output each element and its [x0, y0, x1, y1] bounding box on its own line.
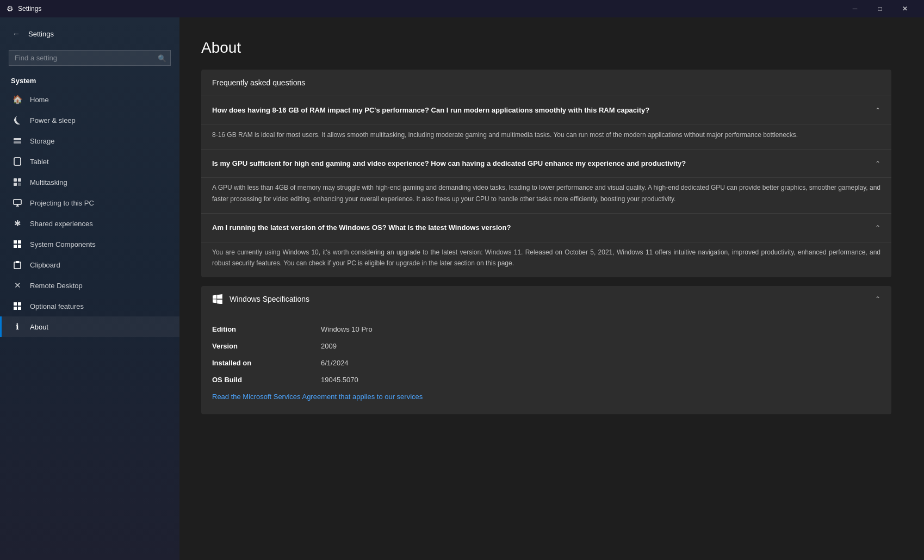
spec-label-edition: Edition — [212, 325, 321, 333]
svg-rect-0 — [14, 138, 21, 140]
sidebar-item-power-label: Power & sleep — [30, 116, 76, 125]
sidebar-item-storage[interactable]: Storage — [0, 130, 179, 151]
spec-value-osbuild: 19045.5070 — [321, 376, 358, 384]
sidebar-app-title: Settings — [28, 30, 54, 38]
faq-chevron-2: ⌃ — [875, 160, 880, 167]
clipboard-icon — [13, 260, 22, 270]
svg-rect-5 — [14, 183, 17, 186]
sidebar-item-home-label: Home — [30, 96, 49, 104]
svg-rect-17 — [18, 302, 21, 306]
minimize-button[interactable]: ─ — [842, 0, 867, 17]
titlebar-title: Settings — [18, 5, 41, 13]
sidebar-item-clipboard[interactable]: Clipboard — [0, 254, 179, 275]
back-button[interactable]: ← — [9, 26, 24, 41]
faq-question-row-2[interactable]: Is my GPU sufficient for high end gaming… — [201, 150, 891, 178]
sidebar-search-container: 🔍 — [9, 50, 171, 66]
faq-question-1: How does having 8-16 GB of RAM impact my… — [212, 105, 866, 116]
close-button[interactable]: ✕ — [892, 0, 917, 17]
spec-chevron: ⌃ — [875, 295, 880, 303]
spec-row-osbuild: OS Build 19045.5070 — [212, 371, 880, 388]
sidebar-item-projecting-label: Projecting to this PC — [30, 199, 94, 207]
tablet-icon — [13, 157, 22, 166]
ms-services-link[interactable]: Read the Microsoft Services Agreement th… — [212, 393, 423, 401]
sidebar-item-storage-label: Storage — [30, 137, 55, 145]
sidebar-item-optional-features[interactable]: Optional features — [0, 296, 179, 316]
spec-title: Windows Specifications — [230, 295, 309, 303]
svg-rect-3 — [14, 178, 17, 182]
sidebar-item-shared-experiences[interactable]: ✱ Shared experiences — [0, 213, 179, 234]
spec-label-version: Version — [212, 342, 321, 350]
search-icon: 🔍 — [158, 54, 166, 62]
spec-row-installed: Installed on 6/1/2024 — [212, 354, 880, 371]
power-icon: ⏾ — [13, 115, 22, 125]
svg-rect-4 — [18, 178, 21, 182]
svg-rect-16 — [14, 302, 17, 306]
sidebar-item-projecting[interactable]: Projecting to this PC — [0, 192, 179, 213]
faq-question-2: Is my GPU sufficient for high end gaming… — [212, 158, 866, 169]
svg-rect-10 — [14, 240, 17, 244]
spec-header[interactable]: Windows Specifications ⌃ — [201, 286, 891, 312]
svg-rect-12 — [14, 245, 17, 248]
titlebar: ⚙ Settings ─ □ ✕ — [0, 0, 924, 17]
window-controls: ─ □ ✕ — [842, 0, 917, 17]
faq-card: Frequently asked questions How does havi… — [201, 70, 891, 277]
svg-rect-7 — [14, 200, 21, 204]
sidebar-item-system-components[interactable]: System Components — [0, 234, 179, 254]
svg-rect-13 — [18, 245, 21, 248]
storage-icon — [13, 136, 22, 146]
spec-value-installed: 6/1/2024 — [321, 359, 349, 367]
content-area: ← Settings 🔍 System 🏠 Home ⏾ Power & sle… — [0, 17, 924, 560]
svg-rect-15 — [16, 261, 19, 263]
page-title: About — [201, 39, 891, 57]
faq-answer-1: 8-16 GB RAM is ideal for most users. It … — [201, 125, 891, 149]
sidebar-item-optional-label: Optional features — [30, 302, 84, 310]
sidebar-item-home[interactable]: 🏠 Home — [0, 89, 179, 110]
shared-icon: ✱ — [13, 219, 22, 228]
faq-answer-2: A GPU with less than 4GB of memory may s… — [201, 177, 891, 213]
sidebar: ← Settings 🔍 System 🏠 Home ⏾ Power & sle… — [0, 17, 179, 560]
faq-question-row-1[interactable]: How does having 8-16 GB of RAM impact my… — [201, 96, 891, 125]
sidebar-item-remote-desktop[interactable]: ✕ Remote Desktop — [0, 275, 179, 296]
faq-header: Frequently asked questions — [201, 70, 891, 96]
about-icon: ℹ — [13, 322, 22, 332]
faq-question-3: Am I running the latest version of the W… — [212, 222, 866, 233]
sidebar-item-shared-label: Shared experiences — [30, 220, 93, 228]
faq-question-row-3[interactable]: Am I running the latest version of the W… — [201, 214, 891, 242]
sidebar-section-label: System — [0, 72, 179, 89]
faq-chevron-3: ⌃ — [875, 224, 880, 232]
system-components-icon — [13, 239, 22, 249]
faq-item-3: Am I running the latest version of the W… — [201, 213, 891, 277]
sidebar-item-power-sleep[interactable]: ⏾ Power & sleep — [0, 110, 179, 130]
projecting-icon — [13, 198, 22, 208]
svg-rect-1 — [14, 141, 21, 144]
spec-value-version: 2009 — [321, 342, 337, 350]
svg-rect-2 — [14, 158, 21, 165]
multitasking-icon — [13, 177, 22, 187]
spec-row-edition: Edition Windows 10 Pro — [212, 321, 880, 338]
spec-value-edition: Windows 10 Pro — [321, 325, 373, 333]
sidebar-item-multitasking[interactable]: Multitasking — [0, 172, 179, 192]
sidebar-header: ← Settings — [0, 17, 179, 46]
maximize-button[interactable]: □ — [867, 0, 892, 17]
sidebar-item-tablet-label: Tablet — [30, 158, 49, 166]
svg-rect-11 — [18, 240, 21, 244]
faq-item-1: How does having 8-16 GB of RAM impact my… — [201, 96, 891, 149]
app-icon: ⚙ — [7, 4, 14, 13]
home-icon: 🏠 — [13, 95, 22, 104]
spec-label-osbuild: OS Build — [212, 376, 321, 384]
windows-spec-card: Windows Specifications ⌃ Edition Windows… — [201, 286, 891, 414]
sidebar-item-about[interactable]: ℹ About — [0, 316, 179, 337]
faq-answer-3: You are currently using Windows 10, it's… — [201, 242, 891, 278]
spec-header-left: Windows Specifications — [212, 294, 309, 304]
spec-body: Edition Windows 10 Pro Version 2009 Inst… — [201, 312, 891, 414]
sidebar-item-system-components-label: System Components — [30, 240, 96, 248]
svg-rect-19 — [18, 307, 21, 310]
spec-row-version: Version 2009 — [212, 338, 880, 354]
search-input[interactable] — [9, 50, 171, 66]
svg-rect-18 — [14, 307, 17, 310]
settings-window: ⚙ Settings ─ □ ✕ ← Settings 🔍 System — [0, 0, 924, 560]
optional-features-icon — [13, 301, 22, 311]
remote-desktop-icon: ✕ — [13, 281, 22, 290]
sidebar-item-tablet[interactable]: Tablet — [0, 151, 179, 172]
main-content: About Frequently asked questions How doe… — [179, 17, 924, 560]
